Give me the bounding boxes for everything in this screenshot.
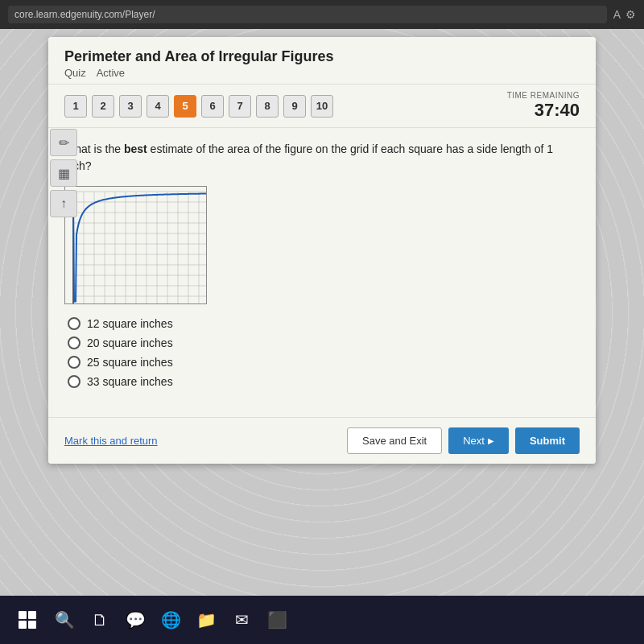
taskview-taskbar-icon[interactable]: 🗋: [87, 607, 113, 633]
question-num-btn-4[interactable]: 4: [147, 95, 169, 118]
quiz-title: Perimeter and Area of Irregular Figures: [64, 48, 580, 65]
browser-icon-a: A: [613, 8, 621, 21]
scroll-up-icon-button[interactable]: ↑: [50, 190, 77, 217]
grid-canvas: [64, 186, 207, 304]
question-num-btn-7[interactable]: 7: [229, 95, 251, 118]
office-taskbar-icon[interactable]: ⬛: [264, 607, 290, 633]
question-num-btn-2[interactable]: 2: [92, 95, 114, 118]
pencil-icon-button[interactable]: ✏: [50, 129, 77, 156]
quiz-status-value: Active: [97, 67, 125, 79]
search-taskbar-icon[interactable]: 🔍: [52, 607, 77, 633]
taskbar: 🔍 🗋 💬 🌐 📁 ✉ ⬛: [0, 596, 644, 644]
option-label-0: 12 square inches: [87, 317, 173, 330]
radio-2[interactable]: [68, 356, 80, 369]
browser-bar: core.learn.edgenuity.com/Player/ A ⚙: [0, 0, 644, 29]
question-num-btn-10[interactable]: 10: [311, 95, 333, 118]
mark-return-button[interactable]: Mark this and return: [64, 435, 158, 447]
option-label-3: 33 square inches: [87, 375, 173, 388]
option-label-1: 20 square inches: [87, 336, 173, 349]
options-list: 12 square inches 20 square inches 25 squ…: [68, 317, 580, 388]
chat-taskbar-icon[interactable]: 💬: [122, 607, 148, 633]
question-num-btn-6[interactable]: 6: [201, 95, 224, 118]
footer-buttons: Save and Exit Next Submit: [347, 427, 580, 454]
folder-taskbar-icon[interactable]: 📁: [193, 607, 219, 633]
edge-taskbar-icon[interactable]: 🌐: [158, 607, 184, 633]
question-text: What is the best estimate of the area of…: [64, 141, 580, 175]
radio-1[interactable]: [68, 336, 80, 349]
nav-bar: 12345678910 TIME REMAINING 37:40: [48, 85, 596, 128]
time-remaining-label: TIME REMAINING: [507, 91, 580, 100]
submit-button[interactable]: Submit: [515, 427, 580, 454]
option-item-0[interactable]: 12 square inches: [68, 317, 580, 330]
option-item-2[interactable]: 25 square inches: [68, 356, 580, 369]
mail-taskbar-icon[interactable]: ✉: [229, 607, 254, 633]
question-body: What is the best estimate of the area of…: [48, 128, 596, 401]
browser-icons: A ⚙: [613, 8, 636, 21]
radio-3[interactable]: [68, 375, 80, 388]
browser-icon-settings: ⚙: [625, 8, 636, 21]
question-num-btn-1[interactable]: 1: [64, 95, 87, 118]
time-remaining-value: 37:40: [507, 100, 580, 121]
radio-0[interactable]: [68, 317, 80, 330]
quiz-header: Perimeter and Area of Irregular Figures …: [48, 37, 596, 85]
browser-url: core.learn.edgenuity.com/Player/: [8, 6, 607, 23]
time-remaining: TIME REMAINING 37:40: [507, 91, 580, 121]
question-num-btn-9[interactable]: 9: [283, 95, 306, 118]
save-exit-button[interactable]: Save and Exit: [347, 427, 442, 454]
sidebar-icons: ✏ ▦ ↑: [50, 129, 77, 217]
figure-container: [64, 186, 580, 304]
quiz-subtitle: Quiz Active: [64, 67, 580, 79]
question-num-btn-3[interactable]: 3: [119, 95, 142, 118]
next-button[interactable]: Next: [448, 427, 509, 454]
question-numbers: 12345678910: [64, 95, 333, 118]
quiz-footer: Mark this and return Save and Exit Next …: [48, 417, 596, 464]
option-label-2: 25 square inches: [87, 356, 173, 369]
quiz-status-label: Quiz: [64, 67, 86, 79]
main-content: ✏ ▦ ↑ Perimeter and Area of Irregular Fi…: [0, 29, 644, 596]
option-item-1[interactable]: 20 square inches: [68, 336, 580, 349]
option-item-3[interactable]: 33 square inches: [68, 375, 580, 388]
windows-button[interactable]: [13, 605, 42, 634]
quiz-container: Perimeter and Area of Irregular Figures …: [48, 37, 596, 464]
question-num-btn-5[interactable]: 5: [174, 95, 196, 118]
calculator-icon-button[interactable]: ▦: [50, 159, 77, 187]
question-num-btn-8[interactable]: 8: [256, 95, 279, 118]
